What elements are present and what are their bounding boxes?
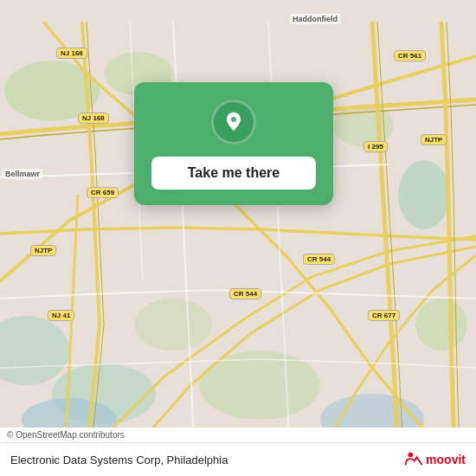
svg-point-4 bbox=[398, 160, 450, 229]
svg-point-5 bbox=[415, 299, 467, 351]
location-pin bbox=[211, 100, 256, 145]
svg-point-9 bbox=[134, 299, 212, 351]
route-badge-cr544-2: CR 544 bbox=[229, 288, 261, 299]
route-badge-nj168-2: NJ 168 bbox=[78, 113, 109, 124]
route-badge-nj41: NJ 41 bbox=[48, 310, 74, 321]
moovit-text: moovit bbox=[426, 453, 466, 466]
moovit-icon bbox=[404, 450, 423, 469]
route-badge-cr677: CR 677 bbox=[368, 310, 400, 321]
pin-icon bbox=[222, 108, 246, 136]
route-badge-cr659: CR 659 bbox=[87, 187, 119, 198]
map-container: NJ 168 NJ 168 CR 561 CR 659 NJTP NJTP I … bbox=[0, 0, 476, 476]
bottom-bar: © OpenStreetMap contributors Electronic … bbox=[0, 428, 476, 476]
take-me-there-button[interactable]: Take me there bbox=[151, 157, 316, 190]
location-line: Electronic Data Systems Corp, Philadelph… bbox=[0, 443, 476, 476]
svg-point-14 bbox=[231, 117, 236, 122]
route-badge-cr544-1: CR 544 bbox=[303, 254, 335, 265]
popup-overlay: Take me there bbox=[134, 82, 333, 205]
svg-point-16 bbox=[408, 453, 413, 457]
route-badge-nj168-1: NJ 168 bbox=[56, 48, 87, 59]
location-text: Electronic Data Systems Corp, Philadelph… bbox=[10, 453, 228, 466]
route-badge-cr561: CR 561 bbox=[394, 50, 426, 61]
moovit-logo: moovit bbox=[404, 450, 466, 469]
bellmawr-label: Bellmawr bbox=[3, 169, 42, 179]
haddonfield-label: Haddonfield bbox=[290, 14, 340, 24]
route-badge-njtp-left: NJTP bbox=[30, 245, 56, 256]
route-badge-njtp-right: NJTP bbox=[421, 134, 447, 145]
route-badge-i295: I 295 bbox=[363, 141, 388, 152]
road-layer bbox=[0, 0, 476, 476]
copyright-line: © OpenStreetMap contributors bbox=[0, 428, 476, 443]
